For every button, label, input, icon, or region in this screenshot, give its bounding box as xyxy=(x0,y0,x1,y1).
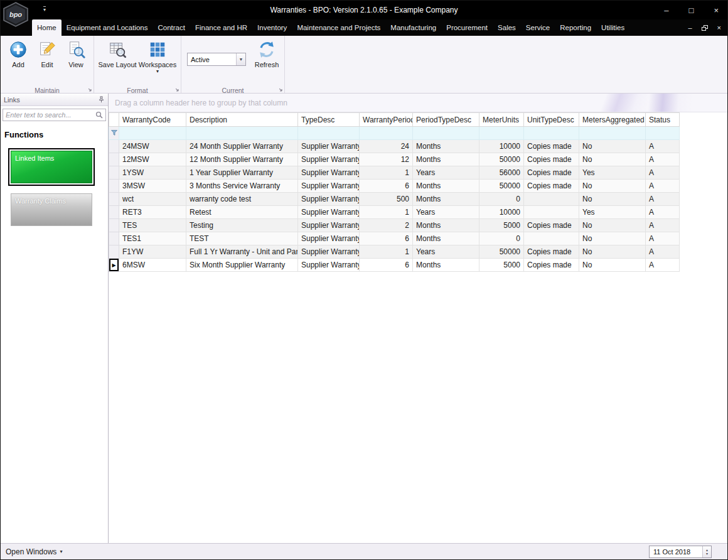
filter-cell-meterunits[interactable] xyxy=(479,127,524,140)
cell-description[interactable]: Testing xyxy=(186,219,298,232)
cell-warrantycode[interactable]: 24MSW xyxy=(119,140,186,153)
cell-typedesc[interactable]: Supplier Warranty xyxy=(298,193,360,206)
column-header-unittypedesc[interactable]: UnitTypeDesc xyxy=(524,113,579,127)
grid-row-f1yw[interactable]: F1YWFull 1 Yr Warranty - Unit and PartsS… xyxy=(109,245,680,259)
cell-typedesc[interactable]: Supplier Warranty xyxy=(298,153,360,166)
row-indicator[interactable] xyxy=(109,180,119,193)
row-indicator[interactable] xyxy=(109,166,119,180)
filter-cell-metersaggregated[interactable] xyxy=(579,127,646,140)
column-header-periodtypedesc[interactable]: PeriodTypeDesc xyxy=(413,113,479,127)
cell-description[interactable]: 12 Month Supplier Warranty xyxy=(186,153,298,166)
cell-periodtypedesc[interactable]: Months xyxy=(413,259,479,272)
save-layout-button[interactable]: Save Layout xyxy=(97,38,137,68)
cell-metersaggregated[interactable]: No xyxy=(579,232,646,245)
cell-periodtypedesc[interactable]: Months xyxy=(413,232,479,245)
restore-down-icon[interactable] xyxy=(702,25,708,31)
cell-description[interactable]: warranty code test xyxy=(186,193,298,206)
grid-row-wct[interactable]: wctwarranty code testSupplier Warranty50… xyxy=(109,193,680,206)
cell-typedesc[interactable]: Supplier Warranty xyxy=(298,232,360,245)
cell-warrantycode[interactable]: 6MSW xyxy=(119,259,186,272)
grid-row-3msw[interactable]: 3MSW3 Months Service WarrantySupplier Wa… xyxy=(109,180,680,193)
cell-typedesc[interactable]: Supplier Warranty xyxy=(298,206,360,219)
cell-warrantyperiod[interactable]: 500 xyxy=(360,193,413,206)
pin-icon[interactable] xyxy=(98,96,105,103)
cell-metersaggregated[interactable]: No xyxy=(579,140,646,153)
cell-periodtypedesc[interactable]: Years xyxy=(413,166,479,180)
filter-cell-status[interactable] xyxy=(646,127,680,140)
cell-description[interactable]: TEST xyxy=(186,232,298,245)
edit-button[interactable]: Edit xyxy=(33,38,62,68)
cell-unittypedesc[interactable]: Copies made xyxy=(524,140,579,153)
column-header-metersaggregated[interactable]: MetersAggregated xyxy=(579,113,646,127)
cell-metersaggregated[interactable]: No xyxy=(579,180,646,193)
cell-warrantycode[interactable]: 12MSW xyxy=(119,153,186,166)
cell-warrantycode[interactable]: RET3 xyxy=(119,206,186,219)
cell-unittypedesc[interactable] xyxy=(524,232,579,245)
date-spinner[interactable]: ▴▾ xyxy=(702,546,711,557)
column-header-meterunits[interactable]: MeterUnits xyxy=(479,113,524,127)
cell-unittypedesc[interactable]: Copies made xyxy=(524,166,579,180)
filter-cell-typedesc[interactable] xyxy=(298,127,360,140)
filter-cell-warrantyperiod[interactable] xyxy=(360,127,413,140)
view-button[interactable]: View xyxy=(62,38,90,68)
cell-meterunits[interactable]: 0 xyxy=(479,232,524,245)
cell-periodtypedesc[interactable]: Months xyxy=(413,219,479,232)
tab-sales[interactable]: Sales xyxy=(493,19,521,36)
cell-warrantycode[interactable]: 3MSW xyxy=(119,180,186,193)
cell-meterunits[interactable]: 50000 xyxy=(479,180,524,193)
cell-periodtypedesc[interactable]: Years xyxy=(413,206,479,219)
cell-meterunits[interactable]: 5000 xyxy=(479,259,524,272)
tab-finance-and-hr[interactable]: Finance and HR xyxy=(190,19,252,36)
cell-periodtypedesc[interactable]: Months xyxy=(413,193,479,206)
cell-typedesc[interactable]: Supplier Warranty xyxy=(298,140,360,153)
tab-manufacturing[interactable]: Manufacturing xyxy=(385,19,441,36)
cell-typedesc[interactable]: Supplier Warranty xyxy=(298,166,360,180)
cell-unittypedesc[interactable]: Copies made xyxy=(524,153,579,166)
cell-warrantyperiod[interactable]: 12 xyxy=(360,153,413,166)
cell-meterunits[interactable]: 50000 xyxy=(479,245,524,259)
tab-reporting[interactable]: Reporting xyxy=(555,19,596,36)
filter-cell-unittypedesc[interactable] xyxy=(524,127,579,140)
cell-periodtypedesc[interactable]: Years xyxy=(413,245,479,259)
cell-unittypedesc[interactable]: Copies made xyxy=(524,180,579,193)
cell-warrantyperiod[interactable]: 6 xyxy=(360,259,413,272)
cell-meterunits[interactable]: 10000 xyxy=(479,140,524,153)
minimize-button[interactable]: – xyxy=(664,6,668,15)
cell-status[interactable]: A xyxy=(646,153,680,166)
open-windows-button[interactable]: Open Windows ▾ xyxy=(6,547,62,556)
cell-description[interactable]: 3 Months Service Warranty xyxy=(186,180,298,193)
tab-maintenance-and-projects[interactable]: Maintenance and Projects xyxy=(292,19,385,36)
cell-periodtypedesc[interactable]: Months xyxy=(413,140,479,153)
grid-row-12msw[interactable]: 12MSW12 Month Supplier WarrantySupplier … xyxy=(109,153,680,166)
cell-description[interactable]: Retest xyxy=(186,206,298,219)
cell-unittypedesc[interactable] xyxy=(524,206,579,219)
tab-service[interactable]: Service xyxy=(521,19,555,36)
cell-unittypedesc[interactable]: Copies made xyxy=(524,219,579,232)
cell-meterunits[interactable]: 56000 xyxy=(479,166,524,180)
refresh-button[interactable]: Refresh xyxy=(252,38,281,68)
filter-cell-periodtypedesc[interactable] xyxy=(413,127,479,140)
grid-row-1ysw[interactable]: 1YSW1 Year Supplier WarrantySupplier War… xyxy=(109,166,680,180)
cell-unittypedesc[interactable]: Copies made xyxy=(524,259,579,272)
cell-metersaggregated[interactable]: Yes xyxy=(579,166,646,180)
cell-status[interactable]: A xyxy=(646,180,680,193)
tab-home[interactable]: Home xyxy=(32,19,62,36)
cell-meterunits[interactable]: 5000 xyxy=(479,219,524,232)
close-button[interactable]: × xyxy=(714,6,719,15)
cell-status[interactable]: A xyxy=(646,219,680,232)
cell-warrantycode[interactable]: F1YW xyxy=(119,245,186,259)
cell-typedesc[interactable]: Supplier Warranty xyxy=(298,245,360,259)
cell-metersaggregated[interactable]: No xyxy=(579,259,646,272)
cell-unittypedesc[interactable]: Copies made xyxy=(524,245,579,259)
cell-description[interactable]: 24 Month Supplier Warranty xyxy=(186,140,298,153)
tab-equipment-and-locations[interactable]: Equipment and Locations xyxy=(62,19,153,36)
cell-warrantyperiod[interactable]: 1 xyxy=(360,166,413,180)
grid-row-24msw[interactable]: 24MSW24 Month Supplier WarrantySupplier … xyxy=(109,140,680,153)
cell-metersaggregated[interactable]: No xyxy=(579,245,646,259)
column-header-typedesc[interactable]: TypeDesc xyxy=(298,113,360,127)
cell-warrantyperiod[interactable]: 1 xyxy=(360,245,413,259)
tab-utilities[interactable]: Utilities xyxy=(596,19,629,36)
cell-status[interactable]: A xyxy=(646,140,680,153)
dialog-launcher-icon[interactable] xyxy=(277,86,282,92)
cell-status[interactable]: A xyxy=(646,193,680,206)
